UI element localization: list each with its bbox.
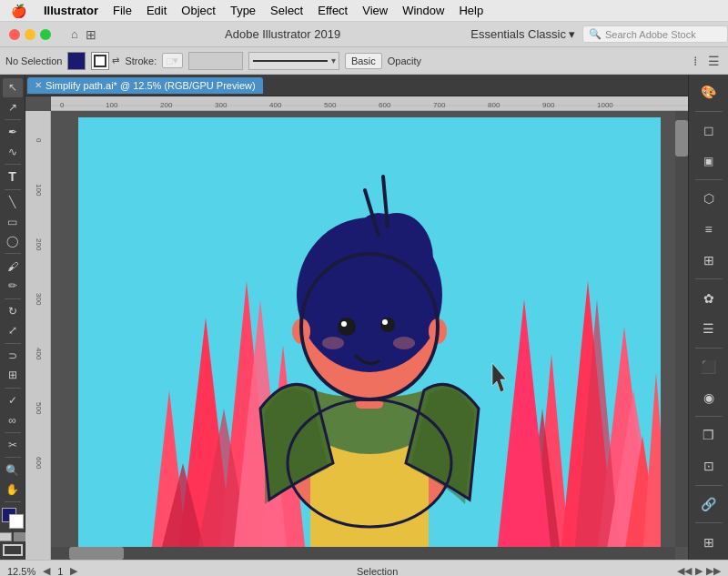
- app-name[interactable]: Illustrator: [36, 4, 106, 17]
- scale-tool[interactable]: ⤢: [3, 321, 23, 340]
- next-page-button[interactable]: ▶: [70, 565, 77, 576]
- illustration-svg: [78, 117, 661, 554]
- basic-label[interactable]: Basic: [345, 53, 382, 69]
- canvas-container: ✕ Simplify path.ai* @ 12.5% (RGB/GPU Pre…: [25, 75, 688, 560]
- menu-select[interactable]: Select: [263, 4, 310, 17]
- menu-effect[interactable]: Effect: [310, 4, 355, 17]
- svg-text:400: 400: [269, 101, 282, 109]
- symbols-btn[interactable]: ✿: [694, 284, 723, 312]
- align-icon[interactable]: ⁞: [691, 54, 700, 68]
- opacity-label: Opacity: [388, 56, 421, 66]
- search-stock[interactable]: 🔍 Search Adobe Stock: [582, 25, 728, 43]
- anim-play-button[interactable]: ▶: [695, 565, 703, 576]
- eyedropper-tool[interactable]: ✓: [3, 391, 23, 410]
- direct-select-tool[interactable]: ↗: [3, 98, 23, 117]
- color-panel-btn[interactable]: 🎨: [694, 78, 723, 106]
- svg-text:600: 600: [35, 457, 43, 470]
- fill-color[interactable]: [67, 52, 86, 70]
- apple-logo[interactable]: 🍎: [0, 4, 36, 18]
- r-separator-2: [695, 179, 723, 180]
- ruler-v-ticks: 0 100 200 300 400 500 600: [25, 111, 51, 560]
- menu-object[interactable]: Object: [174, 4, 223, 17]
- menu-file[interactable]: File: [106, 4, 139, 17]
- menu-window[interactable]: Window: [395, 4, 451, 17]
- svg-text:0: 0: [35, 138, 43, 143]
- color-selector[interactable]: [2, 508, 24, 528]
- r-separator-6: [695, 485, 723, 486]
- scrollbar-vertical[interactable]: [675, 111, 688, 547]
- menu-type[interactable]: Type: [223, 4, 263, 17]
- ellipse-tool[interactable]: ◯: [3, 232, 23, 251]
- anim-prev-button[interactable]: ◀◀: [677, 565, 692, 576]
- curvature-tool[interactable]: ∿: [3, 143, 23, 162]
- brushes-btn[interactable]: ☰: [694, 315, 723, 343]
- scrollbar-horizontal[interactable]: [51, 547, 675, 560]
- status-bar: 12.5% ◀ 1 ▶ Selection ◀◀ ▶ ▶▶: [0, 560, 728, 576]
- scissors-tool[interactable]: ✂: [3, 436, 23, 455]
- layers-btn[interactable]: ❒: [694, 421, 723, 450]
- pen-tool[interactable]: ✒: [3, 123, 23, 142]
- hand-tool[interactable]: ✋: [3, 480, 23, 500]
- stroke-style[interactable]: ▾: [248, 52, 339, 70]
- artboard-mode[interactable]: [3, 544, 23, 556]
- tab-title: Simplify path.ai* @ 12.5% (RGB/GPU Previ…: [46, 80, 256, 91]
- scrollbar-h-thumb[interactable]: [69, 547, 124, 560]
- close-button[interactable]: [9, 29, 20, 40]
- paintbrush-tool[interactable]: 🖌: [3, 257, 23, 276]
- menu-icon[interactable]: ☰: [705, 54, 723, 68]
- rect-tool[interactable]: ▭: [3, 212, 23, 231]
- pathfinder-btn[interactable]: ⊞: [694, 247, 723, 275]
- traffic-lights: [0, 29, 60, 40]
- rotate-tool[interactable]: ↻: [3, 301, 23, 320]
- maximize-button[interactable]: [40, 29, 51, 40]
- scrollbar-v-thumb[interactable]: [675, 120, 688, 157]
- transform-btn[interactable]: ⬡: [694, 185, 723, 213]
- ruler-horizontal: 0 100 200 300 400 500 600 700 800 900 10…: [51, 96, 688, 111]
- home-button[interactable]: ⌂: [64, 24, 86, 45]
- minimize-button[interactable]: [25, 29, 35, 40]
- menu-help[interactable]: Help: [451, 4, 490, 17]
- stroke-selector[interactable]: □ ▾: [162, 53, 183, 68]
- stroke-color[interactable]: [91, 52, 109, 70]
- zoom-tool[interactable]: 🔍: [3, 460, 23, 480]
- svg-text:0: 0: [60, 101, 65, 109]
- screen-mode[interactable]: [14, 532, 26, 541]
- prev-page-button[interactable]: ◀: [43, 565, 50, 576]
- grid-icon[interactable]: ⊞: [86, 27, 96, 42]
- tool-separator-5: [5, 298, 21, 299]
- stroke-panel-btn[interactable]: ◻: [694, 116, 723, 145]
- tool-separator-1: [5, 119, 21, 120]
- document-tab[interactable]: ✕ Simplify path.ai* @ 12.5% (RGB/GPU Pre…: [27, 77, 263, 94]
- tab-close-icon[interactable]: ✕: [35, 80, 42, 90]
- align-btn[interactable]: ≡: [694, 216, 723, 244]
- select-tool[interactable]: ↖: [3, 78, 23, 97]
- artboards-btn[interactable]: ⊡: [694, 452, 723, 480]
- properties-btn[interactable]: ⊞: [694, 528, 723, 556]
- menu-view[interactable]: View: [355, 4, 395, 17]
- stroke-value[interactable]: [188, 52, 243, 70]
- tab-bar: ✕ Simplify path.ai* @ 12.5% (RGB/GPU Pre…: [25, 75, 688, 96]
- gradient-panel-btn[interactable]: ▣: [694, 147, 723, 175]
- workspace-selector[interactable]: Essentials Classic ▾: [463, 27, 582, 41]
- options-bar: No Selection ⇄ Stroke: □ ▾ ▾ Basic Opaci…: [0, 47, 728, 75]
- warp-tool[interactable]: ⊃: [3, 347, 23, 366]
- anim-next-button[interactable]: ▶▶: [706, 565, 721, 576]
- swap-icon[interactable]: ⇄: [112, 56, 119, 66]
- main-area: ↖ ↗ ✒ ∿ T ╲ ▭ ◯ 🖌 ✏ ↻ ⤢ ⊃ ⊞ ✓ ∞ ✂ 🔍 ✋: [0, 75, 728, 560]
- pencil-tool[interactable]: ✏: [3, 277, 23, 296]
- line-tool[interactable]: ╲: [3, 193, 23, 212]
- links-btn[interactable]: 🔗: [694, 490, 723, 519]
- free-transform-tool[interactable]: ⊞: [3, 366, 23, 385]
- type-tool[interactable]: T: [3, 167, 23, 187]
- background-color[interactable]: [9, 514, 24, 529]
- svg-text:400: 400: [35, 348, 43, 360]
- blend-tool[interactable]: ∞: [3, 410, 23, 429]
- menu-edit[interactable]: Edit: [139, 4, 174, 17]
- normal-mode[interactable]: [0, 532, 12, 541]
- svg-point-50: [322, 337, 344, 349]
- appearance-btn[interactable]: ⬛: [694, 353, 723, 381]
- search-icon: 🔍: [589, 28, 602, 40]
- canvas-wrap[interactable]: 0 100 200 300 400 500 600 700 800 900 10…: [25, 96, 688, 560]
- graphic-styles-btn[interactable]: ◉: [694, 383, 723, 411]
- svg-point-48: [382, 319, 388, 325]
